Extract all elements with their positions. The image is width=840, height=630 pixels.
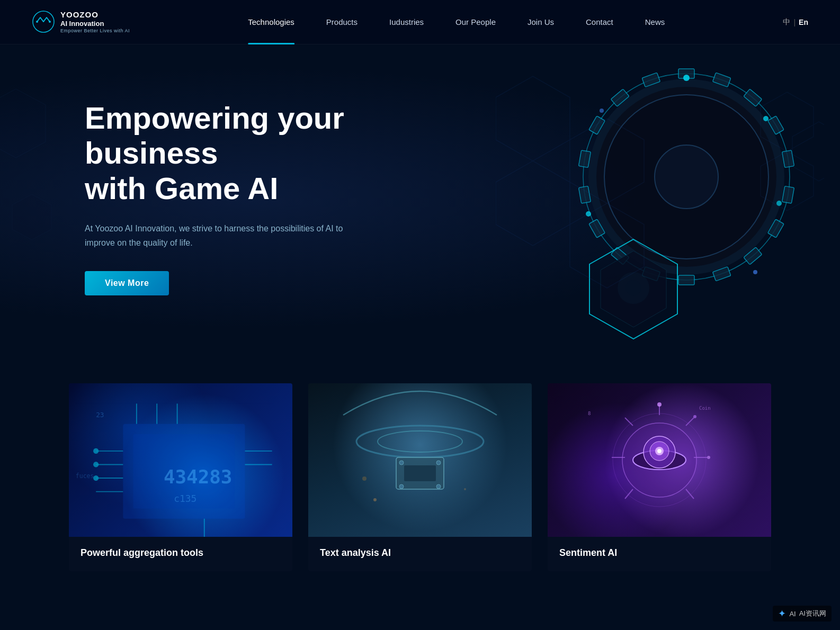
svg-text:c135: c135 xyxy=(174,493,196,504)
card-label-3: Sentiment AI xyxy=(548,537,771,571)
svg-point-74 xyxy=(373,498,377,501)
svg-marker-44 xyxy=(792,122,824,181)
nav-link-contact[interactable]: Contact xyxy=(586,17,613,30)
circuit-lines-svg: 434283 c135 xyxy=(69,383,292,537)
svg-point-71 xyxy=(436,461,441,465)
svg-point-2 xyxy=(49,21,51,23)
nav-item-industries[interactable]: Iudustries xyxy=(389,17,424,27)
svg-point-32 xyxy=(753,270,757,274)
brand-yoozoo: YOOZOO xyxy=(60,10,130,20)
nav-link-our-people[interactable]: Our People xyxy=(455,17,496,30)
card-label-2: Text analysis AI xyxy=(308,537,532,571)
svg-point-75 xyxy=(464,488,466,490)
logo-text: YOOZOO AI Innovation Empower Better Live… xyxy=(60,10,130,33)
scifi-svg: 8 Coin xyxy=(548,383,771,537)
svg-point-91 xyxy=(693,415,696,418)
view-more-button[interactable]: View More xyxy=(85,271,169,295)
lang-en[interactable]: En xyxy=(799,18,808,26)
hero-title: Empowering your business with Game AI xyxy=(85,101,403,206)
hero-subtitle: At Yoozoo AI Innovation, we strive to ha… xyxy=(85,221,360,250)
svg-point-60 xyxy=(93,448,99,454)
nav-link-technologies[interactable]: Technologies xyxy=(248,17,294,30)
svg-point-90 xyxy=(657,402,662,407)
nav-item-join-us[interactable]: Join Us xyxy=(528,17,554,27)
svg-point-30 xyxy=(763,116,768,121)
hero-gear-decoration xyxy=(496,50,824,352)
svg-point-72 xyxy=(399,484,404,489)
svg-point-62 xyxy=(93,475,99,481)
nav-link-industries[interactable]: Iudustries xyxy=(389,17,424,30)
watermark-text: AI xyxy=(789,610,796,614)
cards-grid: 434283 c135 xyxy=(69,383,771,571)
svg-point-28 xyxy=(655,145,718,209)
nav-link-news[interactable]: News xyxy=(645,17,665,30)
nav-item-news[interactable]: News xyxy=(645,17,665,27)
cards-section: 434283 c135 xyxy=(0,352,840,614)
svg-marker-39 xyxy=(496,76,570,161)
svg-point-76 xyxy=(362,476,367,481)
nav-item-our-people[interactable]: Our People xyxy=(455,17,496,27)
svg-point-38 xyxy=(625,280,641,296)
card-label-1: Powerful aggregation tools xyxy=(69,537,292,571)
mech-svg xyxy=(308,383,532,537)
language-switcher: 中 | En xyxy=(783,17,808,27)
svg-point-1 xyxy=(36,21,38,23)
svg-point-33 xyxy=(600,109,604,113)
svg-text:434283: 434283 xyxy=(164,466,232,488)
nav-link-join-us[interactable]: Join Us xyxy=(528,17,554,30)
brand-ai: AI Innovation xyxy=(60,20,130,28)
svg-text:23: 23 xyxy=(96,411,104,419)
svg-text:8: 8 xyxy=(588,411,591,416)
svg-point-92 xyxy=(707,456,710,459)
watermark: ✦ AI AI资讯网 xyxy=(773,606,832,614)
card-sentiment-ai[interactable]: 8 Coin Sentiment AI xyxy=(548,383,771,571)
svg-rect-21 xyxy=(578,150,591,168)
nav-item-products[interactable]: Products xyxy=(326,17,358,27)
svg-point-29 xyxy=(683,75,690,81)
svg-point-73 xyxy=(436,484,441,489)
watermark-text-2: AI资讯网 xyxy=(799,609,826,614)
svg-text:fuces: fuces xyxy=(76,472,94,480)
card-image-2 xyxy=(308,383,532,537)
brand-tagline: Empower Better Lives with AI xyxy=(60,28,130,34)
svg-point-82 xyxy=(657,449,662,453)
hero-section: Empowering your business with Game AI At… xyxy=(0,44,840,352)
logo[interactable]: YOOZOO AI Innovation Empower Better Live… xyxy=(32,10,130,33)
logo-icon xyxy=(32,10,55,33)
card-aggregation[interactable]: 434283 c135 xyxy=(69,383,292,571)
card-image-1: 434283 c135 xyxy=(69,383,292,537)
nav-item-technologies[interactable]: Technologies xyxy=(248,17,294,27)
nav-link-products[interactable]: Products xyxy=(326,17,358,30)
svg-marker-41 xyxy=(496,161,570,246)
hero-content: Empowering your business with Game AI At… xyxy=(0,101,403,295)
nav-item-contact[interactable]: Contact xyxy=(586,17,613,27)
card-image-3: 8 Coin xyxy=(548,383,771,537)
svg-text:Coin: Coin xyxy=(699,406,711,411)
svg-rect-69 xyxy=(404,465,436,481)
lang-separator: | xyxy=(793,18,796,26)
svg-point-67 xyxy=(378,431,462,452)
svg-rect-16 xyxy=(678,275,694,285)
svg-point-70 xyxy=(399,461,404,465)
svg-point-61 xyxy=(93,462,99,467)
card-text-analysis[interactable]: Text analysis AI xyxy=(308,383,532,571)
svg-rect-12 xyxy=(782,186,794,204)
nav-links: Technologies Products Iudustries Our Peo… xyxy=(248,17,665,27)
watermark-icon: ✦ xyxy=(778,608,786,614)
navbar: YOOZOO AI Innovation Empower Better Live… xyxy=(0,0,840,44)
gear-svg xyxy=(496,50,824,352)
lang-zh[interactable]: 中 xyxy=(783,17,790,27)
svg-rect-20 xyxy=(578,186,591,204)
